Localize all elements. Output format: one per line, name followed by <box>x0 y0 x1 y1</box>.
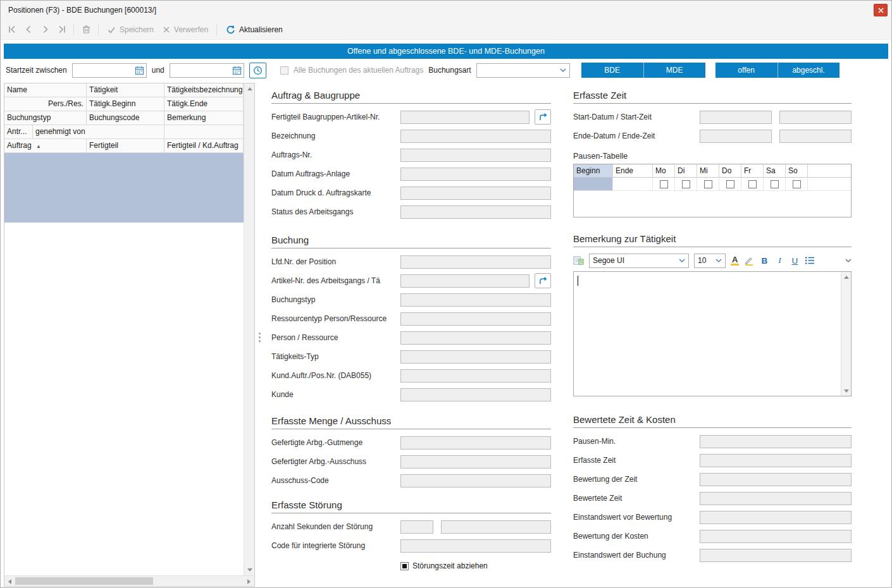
field-input[interactable] <box>700 435 852 448</box>
font-size-select[interactable]: 10 <box>694 254 726 268</box>
field-input[interactable] <box>400 111 530 124</box>
booking-type-select[interactable] <box>476 63 570 78</box>
field-input[interactable] <box>400 205 551 219</box>
scroll-down-button[interactable] <box>841 386 852 396</box>
field-input[interactable] <box>400 255 551 269</box>
field-input[interactable] <box>700 530 852 543</box>
end-date-field[interactable] <box>170 63 244 78</box>
splitter-handle[interactable] <box>257 329 262 345</box>
bde-button[interactable]: BDE <box>581 63 643 78</box>
field-input[interactable] <box>400 149 551 162</box>
column-header-taetigkeitsbezeichnung[interactable]: Tätigkeitsbezeichnung <box>164 83 244 97</box>
field-input[interactable] <box>400 388 551 401</box>
open-button[interactable]: offen <box>715 63 777 78</box>
stoerungszeit-checkbox[interactable] <box>400 562 409 570</box>
pause-column-header[interactable]: Sa <box>764 164 786 177</box>
previous-record-button[interactable] <box>21 22 36 37</box>
field-input[interactable] <box>400 369 551 383</box>
column-header-name[interactable]: Name <box>4 83 87 97</box>
pause-day-checkbox[interactable] <box>726 180 734 188</box>
next-record-button[interactable] <box>37 22 53 37</box>
field-input[interactable] <box>400 331 551 345</box>
field-input[interactable] <box>700 549 852 562</box>
field-input[interactable] <box>400 350 551 364</box>
highlight-pencil-button[interactable] <box>744 255 754 266</box>
text-module-button[interactable] <box>573 255 584 266</box>
field-input[interactable] <box>400 168 551 181</box>
field-input[interactable] <box>400 274 530 288</box>
mde-button[interactable]: MDE <box>643 63 705 78</box>
end-date-input[interactable] <box>172 66 232 75</box>
remark-text-area[interactable] <box>573 271 852 396</box>
grid-vertical-scrollbar[interactable] <box>244 83 254 575</box>
field-input[interactable] <box>700 454 852 467</box>
field-input[interactable] <box>441 520 551 534</box>
start-date-field[interactable] <box>72 63 147 78</box>
column-header-bemerkung[interactable]: Bemerkung <box>164 111 244 125</box>
column-header-taetigk-ende[interactable]: Tätigk.Ende <box>164 97 244 111</box>
pause-column-header[interactable]: Mo <box>653 164 675 177</box>
pause-column-header[interactable]: Do <box>719 164 741 177</box>
column-header-taetigkeit[interactable]: Tätigkeit <box>87 83 164 97</box>
underline-button[interactable]: U <box>790 256 800 266</box>
all-bookings-checkbox[interactable] <box>280 66 288 75</box>
pause-column-header[interactable]: So <box>786 164 808 177</box>
pause-column-header[interactable]: Ende <box>613 164 653 177</box>
pause-ende-cell[interactable] <box>613 178 653 190</box>
scroll-down-button[interactable] <box>244 565 255 575</box>
editor-scrollbar[interactable] <box>841 272 851 396</box>
field-input[interactable] <box>400 293 551 307</box>
scroll-left-button[interactable] <box>4 576 15 587</box>
field-input[interactable] <box>400 187 551 200</box>
pause-column-header[interactable]: Mi <box>697 164 719 177</box>
pause-day-checkbox[interactable] <box>704 180 712 188</box>
save-button[interactable]: Speichern <box>103 23 158 37</box>
toolbar-more-button[interactable] <box>845 259 852 262</box>
scroll-up-button[interactable] <box>841 272 852 282</box>
jump-button[interactable] <box>535 273 551 288</box>
pause-beginn-cell[interactable] <box>574 178 613 190</box>
pause-column-header[interactable]: Fr <box>741 164 764 177</box>
last-record-button[interactable] <box>54 22 69 37</box>
italic-button[interactable]: I <box>774 255 784 266</box>
pause-day-checkbox[interactable] <box>771 180 779 188</box>
field-input[interactable] <box>400 474 551 487</box>
pause-day-checkbox[interactable] <box>793 180 801 188</box>
column-header-auftrag[interactable]: Auftrag ▲ <box>4 139 87 153</box>
font-family-select[interactable]: Segoe UI <box>589 254 689 268</box>
column-header-fertigteil-kdauftrag[interactable]: Fertigteil / Kd.Auftrag <box>164 139 244 153</box>
scroll-up-button[interactable] <box>244 83 255 94</box>
field-input[interactable] <box>700 473 852 486</box>
date-input[interactable] <box>700 130 772 143</box>
field-input[interactable] <box>700 492 852 505</box>
time-filter-button[interactable] <box>249 63 266 78</box>
column-header-buchungscode[interactable]: Buchungscode <box>87 111 164 125</box>
field-input[interactable] <box>400 455 551 469</box>
date-input[interactable] <box>700 111 772 124</box>
field-input[interactable] <box>400 436 551 450</box>
grid-empty-selection[interactable] <box>4 153 244 223</box>
bold-button[interactable]: B <box>759 256 769 266</box>
start-date-input[interactable] <box>75 66 135 75</box>
column-header-buchungstyp[interactable]: Buchungstyp <box>4 111 87 125</box>
close-button[interactable] <box>874 4 888 16</box>
field-input[interactable] <box>700 511 852 524</box>
delete-button[interactable] <box>78 22 94 37</box>
field-input[interactable] <box>400 312 551 326</box>
time-input[interactable] <box>779 130 852 143</box>
column-header-taetigk-beginn[interactable]: Tätigk.Beginn <box>87 97 164 111</box>
column-header-fertigteil[interactable]: Fertigteil <box>87 139 164 153</box>
column-header-antrag[interactable]: Antr... <box>4 125 33 139</box>
column-header-empty[interactable] <box>164 125 244 139</box>
column-header-genehmigt-von[interactable]: genehmigt von <box>33 125 164 139</box>
field-input-small[interactable] <box>400 520 433 534</box>
discard-button[interactable]: Verwerfen <box>159 23 212 37</box>
pause-column-header[interactable]: Di <box>675 164 697 177</box>
first-record-button[interactable] <box>4 22 20 37</box>
bullet-list-button[interactable] <box>805 256 815 265</box>
font-color-button[interactable]: A <box>731 255 739 266</box>
field-input[interactable] <box>400 130 551 143</box>
column-header-pers-res[interactable]: Pers./Res. <box>4 97 87 111</box>
scroll-right-button[interactable] <box>244 576 254 587</box>
closed-button[interactable]: abgeschl. <box>777 63 839 78</box>
